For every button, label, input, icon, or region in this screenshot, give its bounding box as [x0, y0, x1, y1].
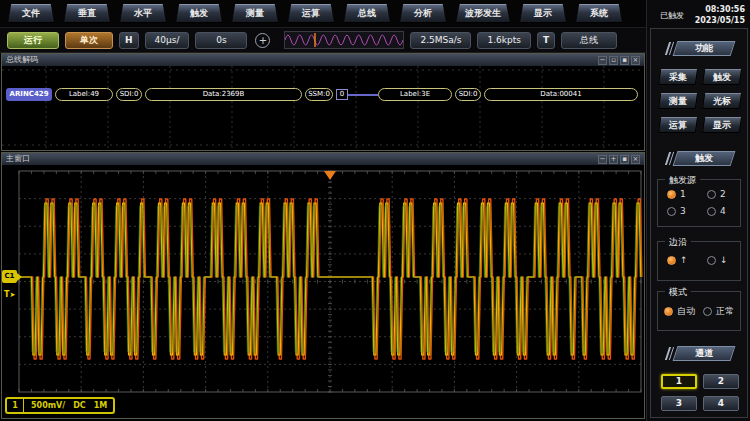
decode-grid	[2, 66, 644, 149]
channel1-settings-badge[interactable]: 1 500mV/ DC 1M	[5, 397, 115, 414]
fn-math-button[interactable]: 运算	[658, 117, 698, 133]
trigger-panel-header[interactable]: 触发	[675, 151, 733, 166]
edge-falling-radio[interactable]: ↓	[707, 255, 728, 265]
menu-bar: 文件 垂直 水平 触发 测量 运算 总线 分析 波形发生 显示 系统	[0, 0, 646, 27]
waveform-graticule-area[interactable]: C1 T➤ 1 500mV/ DC 1M	[2, 165, 644, 418]
edge-label: 边沿	[665, 236, 691, 249]
function-panel-header[interactable]: 功能	[675, 41, 733, 56]
fn-acquire-button[interactable]: 采集	[658, 69, 698, 85]
clock: 08:30:56 2023/05/15	[695, 4, 745, 26]
fn-measure-button[interactable]: 测量	[658, 93, 698, 109]
menu-math[interactable]: 运算	[288, 4, 334, 23]
function-header-label: 功能	[675, 41, 733, 56]
decode-frame-sdi2[interactable]: SDI:0	[455, 88, 481, 101]
zoom-in-icon[interactable]: +	[609, 155, 618, 164]
bus-idle-line	[348, 94, 378, 96]
radio-icon	[664, 307, 673, 316]
menu-wavegen[interactable]: 波形发生	[456, 4, 510, 23]
trigger-status-label: 已触发	[660, 10, 684, 21]
trigger-header-label: 触发	[675, 151, 733, 166]
decode-frame-label[interactable]: Label:49	[55, 88, 113, 101]
menu-display[interactable]: 显示	[520, 4, 566, 23]
waveform-plot	[2, 165, 644, 418]
minimize-icon[interactable]: −	[598, 155, 607, 164]
radio-icon	[707, 256, 716, 265]
decode-bit-box[interactable]: 0	[336, 89, 348, 100]
menu-bus[interactable]: 总线	[344, 4, 390, 23]
fn-trigger-button[interactable]: 触发	[702, 69, 742, 85]
decode-titlebar[interactable]: 总线解码 − ▫ ▪ ×	[2, 54, 644, 66]
source-radio-2[interactable]: 2	[707, 189, 726, 199]
channel-panel-header[interactable]: 通道	[675, 346, 733, 361]
bus-type-badge[interactable]: ARINC429	[6, 88, 52, 101]
horizontal-offset-button[interactable]: 0s	[195, 32, 247, 49]
maximize-icon[interactable]: ▪	[620, 155, 629, 164]
maximize-icon[interactable]: ▪	[620, 56, 629, 65]
source-radio-1[interactable]: 1	[667, 189, 686, 199]
radio-icon	[667, 190, 676, 199]
sidebar-panel: 功能 采集 触发 测量 光标 运算 显示 触发 触发源 1 2	[650, 28, 748, 418]
time-text: 08:30:56	[695, 4, 745, 15]
mode-auto-radio[interactable]: 自动	[664, 305, 695, 318]
bus-button[interactable]: 总线	[561, 32, 617, 49]
channel1-level-marker[interactable]: C1	[2, 270, 17, 283]
close-icon[interactable]: ×	[631, 56, 640, 65]
date-text: 2023/05/15	[695, 15, 745, 26]
channel-scale: 500mV/	[31, 401, 65, 410]
trigger-position-icon[interactable]	[324, 171, 336, 180]
mode-label: 模式	[665, 286, 691, 299]
trigger-level-marker[interactable]: T➤	[4, 290, 15, 299]
menu-measure[interactable]: 测量	[232, 4, 278, 23]
radio-icon	[667, 256, 676, 265]
channel-impedance: 1M	[94, 401, 108, 410]
channel-header-label: 通道	[675, 346, 733, 361]
channel-number: 1	[7, 401, 23, 410]
bus-decode-window: 总线解码 − ▫ ▪ × ARINC429 Label:49 SDI:0 Dat…	[1, 53, 645, 151]
sample-rate-button[interactable]: 2.5MSa/s	[410, 32, 471, 49]
memory-depth-button[interactable]: 1.6kpts	[477, 32, 530, 49]
zoom-icon[interactable]: +	[255, 33, 270, 48]
channel-3-button[interactable]: 3	[661, 396, 697, 411]
main-titlebar[interactable]: 主窗口 − + ▪ ×	[2, 153, 644, 165]
decode-window-controls: − ▫ ▪ ×	[598, 56, 640, 65]
acquisition-toolbar: 运行 单次 H 40μs/ 0s + 2.5MSa/s 1.6kpts T 总线	[0, 27, 646, 53]
channel-1-button[interactable]: 1	[661, 374, 697, 389]
menu-horizontal[interactable]: 水平	[120, 4, 166, 23]
source-radio-4[interactable]: 4	[707, 206, 726, 216]
trigger-arrow-icon: ➤	[9, 291, 15, 299]
restore-icon[interactable]: ▫	[609, 56, 618, 65]
channel-2-button[interactable]: 2	[703, 374, 739, 389]
decode-frame-data[interactable]: Data:2369B	[145, 88, 302, 101]
decode-frame-data2[interactable]: Data:00041	[484, 88, 638, 101]
horizontal-badge: H	[119, 32, 139, 49]
radio-icon	[703, 307, 712, 316]
mode-normal-radio[interactable]: 正常	[703, 305, 734, 318]
fn-display-button[interactable]: 显示	[702, 117, 742, 133]
run-button[interactable]: 运行	[7, 32, 59, 49]
trigger-badge: T	[537, 32, 555, 49]
radio-icon	[707, 190, 716, 199]
menu-vertical[interactable]: 垂直	[64, 4, 110, 23]
radio-icon	[707, 207, 716, 216]
close-icon[interactable]: ×	[631, 155, 640, 164]
source-radio-3[interactable]: 3	[667, 206, 686, 216]
control-sidebar: 已触发 08:30:56 2023/05/15 功能 采集 触发 测量 光标 运…	[646, 0, 750, 421]
waveform-preview-strip[interactable]	[284, 31, 404, 49]
channel-coupling: DC	[73, 401, 86, 410]
menu-system[interactable]: 系统	[576, 4, 622, 23]
menu-trigger[interactable]: 触发	[176, 4, 222, 23]
decode-frame-ssm[interactable]: SSM:0	[305, 88, 333, 101]
single-button[interactable]: 单次	[65, 32, 113, 49]
decode-frame-sdi[interactable]: SDI:0	[116, 88, 142, 101]
menu-file[interactable]: 文件	[8, 4, 54, 23]
decode-window-title: 总线解码	[6, 54, 38, 66]
timebase-button[interactable]: 40μs/	[145, 32, 190, 49]
menu-analysis[interactable]: 分析	[400, 4, 446, 23]
decode-frame-label2[interactable]: Label:3E	[378, 88, 452, 101]
decode-lane: ARINC429 Label:49 SDI:0 Data:2369B SSM:0…	[2, 66, 644, 149]
main-window-title: 主窗口	[6, 153, 30, 165]
channel-4-button[interactable]: 4	[703, 396, 739, 411]
edge-rising-radio[interactable]: ↑	[667, 255, 688, 265]
fn-cursor-button[interactable]: 光标	[702, 93, 742, 109]
minimize-icon[interactable]: −	[598, 56, 607, 65]
